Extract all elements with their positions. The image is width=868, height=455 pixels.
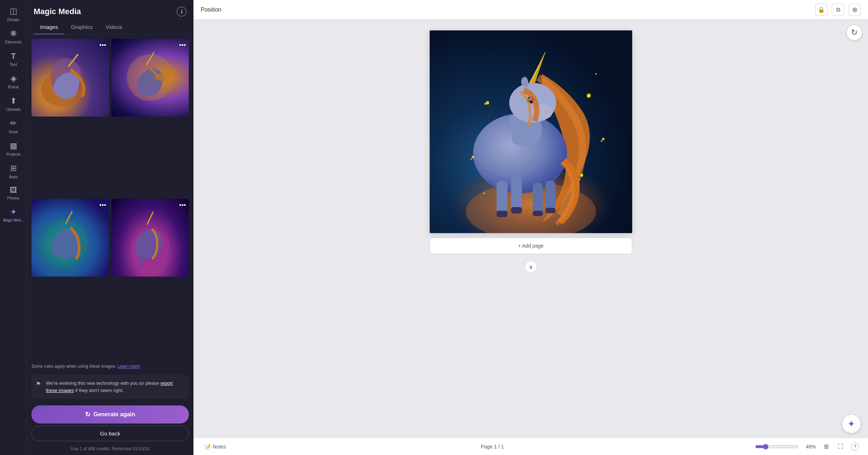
sidebar-label-photos: Photos — [7, 196, 20, 200]
notes-icon: 📝 — [204, 444, 210, 450]
learn-more-link[interactable]: Learn more — [118, 364, 140, 369]
text-icon: T — [11, 51, 16, 61]
svg-rect-24 — [545, 208, 556, 213]
image-grid: ••• ••• — [27, 34, 193, 361]
image-cell-1[interactable]: ••• — [31, 39, 109, 117]
add-icon: ⊕ — [852, 6, 858, 14]
svg-point-29 — [580, 174, 583, 177]
tab-videos[interactable]: Videos — [99, 20, 129, 34]
image-more-1[interactable]: ••• — [99, 42, 106, 49]
sidebar-label-design: Design — [7, 17, 20, 22]
bottom-bar: 📝 Notes Page 1 / 1 48% ⊞ ⛶ ? — [193, 438, 868, 455]
zoom-percent: 48% — [801, 444, 816, 450]
copy-icon: ⧉ — [836, 7, 840, 13]
toolbar-title: Position — [201, 7, 221, 13]
lock-button[interactable]: 🔒 — [815, 4, 827, 16]
fullscreen-icon: ⛶ — [838, 443, 843, 450]
tab-graphics[interactable]: Graphics — [64, 20, 99, 34]
panel-title: Magic Media — [34, 7, 81, 16]
tab-images[interactable]: Images — [34, 20, 64, 34]
sidebar-item-apps[interactable]: ⊞ Apps — [1, 161, 26, 182]
sidebar-item-projects[interactable]: ▦ Projects — [1, 138, 26, 159]
sidebar-label-elements: Elements — [5, 40, 22, 44]
draw-icon: ✏ — [10, 119, 17, 128]
svg-line-8 — [147, 211, 153, 224]
sidebar-item-brand[interactable]: ◈ Brand — [1, 71, 26, 92]
toolbar-icons: 🔒 ⧉ ⊕ — [815, 4, 861, 16]
top-toolbar: Position 🔒 ⧉ ⊕ — [193, 0, 868, 20]
sidebar-item-uploads[interactable]: ⬆ Uploads — [1, 93, 26, 114]
zoom-slider[interactable] — [755, 444, 799, 450]
magic-fab-button[interactable]: ✦ — [842, 414, 861, 433]
main-area: Position 🔒 ⧉ ⊕ ↻ — [193, 0, 868, 455]
notes-button[interactable]: 📝 Notes — [201, 442, 230, 452]
notice-box: ⚑ We're evolving this new technology wit… — [31, 375, 189, 399]
svg-rect-21 — [497, 211, 507, 217]
tabs-bar: Images Graphics Videos — [27, 20, 193, 34]
svg-text:✦: ✦ — [469, 157, 473, 162]
apps-icon: ⊞ — [10, 164, 17, 173]
svg-rect-23 — [533, 211, 543, 216]
icon-sidebar: ◫ Design ❋ Elements T Text ◈ Brand ⬆ Upl… — [0, 0, 27, 455]
image-cell-4[interactable]: ••• — [111, 199, 189, 277]
generate-again-button[interactable]: ↻ Generate again — [31, 405, 189, 424]
show-more-bar: ∨ — [430, 258, 632, 275]
svg-point-31 — [595, 73, 597, 75]
copy-button[interactable]: ⧉ — [832, 4, 844, 16]
sidebar-label-uploads: Uploads — [6, 107, 21, 111]
help-button[interactable]: ? — [849, 441, 861, 452]
sidebar-item-design[interactable]: ◫ Design — [1, 4, 26, 25]
image-cell-3[interactable]: ••• — [31, 199, 109, 277]
uploads-icon: ⬆ — [10, 96, 17, 106]
image-more-2[interactable]: ••• — [179, 42, 186, 49]
help-icon: ? — [851, 443, 859, 451]
info-button[interactable]: ℹ — [176, 7, 187, 17]
svg-text:✦: ✦ — [483, 101, 488, 107]
svg-rect-17 — [497, 181, 507, 213]
add-page-button[interactable]: + Add page — [430, 237, 632, 254]
svg-rect-19 — [533, 182, 543, 213]
go-back-button[interactable]: Go back — [31, 426, 189, 441]
projects-icon: ▦ — [10, 141, 17, 151]
sidebar-label-brand: Brand — [8, 85, 18, 89]
sidebar-item-elements[interactable]: ❋ Elements — [1, 26, 26, 47]
sidebar-label-draw: Draw — [9, 130, 18, 134]
svg-rect-22 — [511, 207, 522, 214]
image-more-4[interactable]: ••• — [179, 202, 186, 209]
svg-text:✦: ✦ — [578, 177, 581, 181]
elements-icon: ❋ — [10, 29, 17, 38]
sidebar-item-photos[interactable]: 🖼 Photos — [1, 183, 26, 203]
show-more-button[interactable]: ∨ — [525, 261, 537, 273]
image-more-3[interactable]: ••• — [99, 202, 106, 209]
design-canvas[interactable]: ✦ ✦ ✦ ✦ ✦ — [430, 30, 632, 233]
sidebar-item-magic-media[interactable]: ✦ Magic Med... — [1, 205, 26, 225]
brand-icon: ◈ — [10, 74, 17, 83]
lock-icon: 🔒 — [818, 6, 825, 13]
page-info: Page 1 / 1 — [481, 444, 504, 450]
image-cell-2[interactable]: ••• — [111, 39, 189, 117]
zoom-bar: 48% — [755, 444, 816, 450]
magic-fab-icon: ✦ — [847, 418, 855, 430]
add-button[interactable]: ⊕ — [848, 4, 861, 16]
photos-icon: 🖼 — [10, 186, 17, 194]
svg-rect-20 — [545, 181, 556, 210]
canvas-wrapper: ✦ ✦ ✦ ✦ ✦ + Add page ∨ — [430, 30, 632, 275]
sidebar-label-apps: Apps — [9, 174, 18, 179]
svg-text:✦: ✦ — [586, 93, 591, 100]
sidebar-label-text: Text — [10, 62, 17, 67]
generate-icon: ↻ — [85, 410, 90, 418]
sidebar-label-magic-media: Magic Med... — [3, 218, 24, 222]
fullscreen-button[interactable]: ⛶ — [835, 441, 846, 452]
panel-sidebar: Magic Media ℹ Images Graphics Videos — [27, 0, 193, 455]
svg-point-30 — [483, 193, 485, 194]
info-text: Some rules apply when using these images… — [27, 361, 193, 372]
sidebar-label-projects: Projects — [6, 152, 21, 156]
grid-view-button[interactable]: ⊞ — [820, 441, 832, 452]
grid-icon: ⊞ — [824, 443, 829, 450]
canvas-container: ✦ ✦ ✦ ✦ ✦ + Add page ∨ — [193, 20, 868, 438]
svg-rect-18 — [511, 175, 522, 210]
sidebar-item-draw[interactable]: ✏ Draw — [1, 116, 26, 137]
chevron-down-icon: ∨ — [529, 264, 533, 270]
magic-media-icon: ✦ — [10, 207, 17, 217]
sidebar-item-text[interactable]: T Text — [1, 49, 26, 69]
